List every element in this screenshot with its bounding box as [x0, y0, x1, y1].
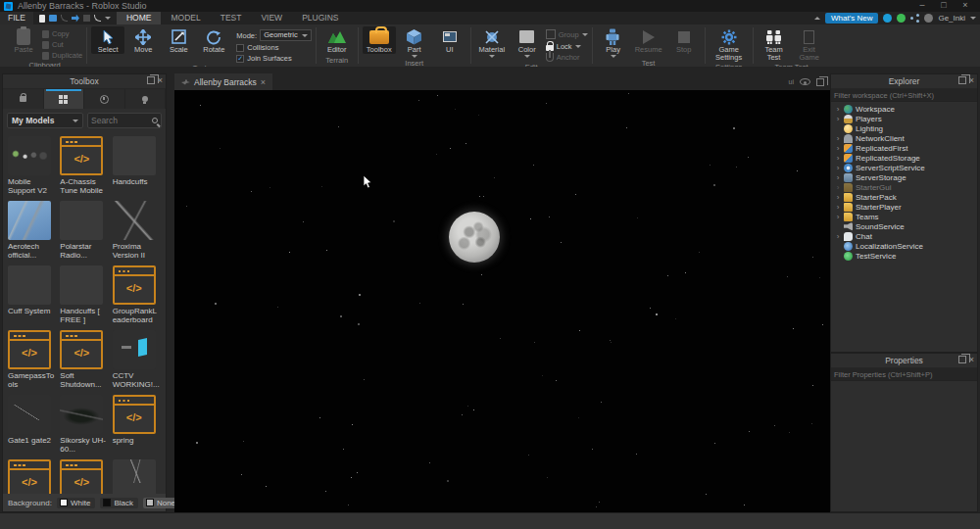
- resume-button[interactable]: Resume: [632, 26, 665, 54]
- user-menu-chevron-icon[interactable]: [970, 17, 976, 20]
- duplicate-button[interactable]: Duplicate: [42, 51, 82, 60]
- collisions-checkbox[interactable]: Collisions: [236, 43, 311, 52]
- expand-chevron-icon[interactable]: ›: [835, 232, 841, 241]
- redo-icon[interactable]: [94, 15, 101, 22]
- toolbox-item[interactable]: Handcuffs: [113, 136, 161, 199]
- expand-chevron-icon[interactable]: ›: [835, 213, 841, 221]
- minimize-button[interactable]: –: [911, 0, 933, 12]
- game-settings-button[interactable]: Game Settings: [710, 26, 749, 62]
- terrain-editor-button[interactable]: Editor: [320, 26, 354, 54]
- new-file-icon[interactable]: [39, 15, 45, 23]
- toolbox-tab-models[interactable]: [44, 89, 85, 109]
- properties-filter[interactable]: [831, 368, 977, 381]
- expand-chevron-icon[interactable]: ›: [835, 144, 841, 153]
- rotate-tool-button[interactable]: Rotate: [197, 26, 230, 54]
- explorer-item[interactable]: › Teams: [831, 212, 977, 221]
- toolbox-item[interactable]: spring: [113, 395, 161, 457]
- toolbox-item[interactable]: Polarstar Radio...: [60, 201, 108, 264]
- team-test-button[interactable]: Team Test: [758, 26, 791, 62]
- group-button[interactable]: Group: [546, 29, 588, 39]
- join-surfaces-checkbox[interactable]: Join Surfaces: [236, 54, 311, 63]
- ui-button[interactable]: UI: [433, 26, 466, 54]
- explorer-item[interactable]: › Workspace: [831, 104, 977, 114]
- publish-icon[interactable]: [72, 15, 79, 23]
- toolbox-button[interactable]: Toolbox: [363, 26, 396, 54]
- material-dropdown-chevron-icon[interactable]: [489, 55, 495, 58]
- toolbox-tab-inventory[interactable]: [3, 89, 44, 109]
- expand-chevron-icon[interactable]: ›: [835, 134, 841, 143]
- lock-button[interactable]: Lock: [546, 41, 588, 51]
- expand-chevron-icon[interactable]: ›: [835, 105, 841, 114]
- float-panel-icon[interactable]: [147, 76, 155, 84]
- background-option[interactable]: Black: [100, 498, 138, 508]
- maximize-button[interactable]: □: [933, 0, 955, 12]
- cut-button[interactable]: Cut: [42, 40, 82, 49]
- close-button[interactable]: ×: [955, 0, 976, 12]
- explorer-item[interactable]: › NetworkClient: [831, 133, 977, 143]
- explorer-item[interactable]: TestService: [831, 251, 977, 261]
- anchor-button[interactable]: Anchor: [546, 53, 588, 62]
- color-dropdown-chevron-icon[interactable]: [524, 55, 530, 58]
- play-dropdown-chevron-icon[interactable]: [611, 55, 616, 58]
- copy-button[interactable]: Copy: [42, 29, 82, 38]
- toolbox-item[interactable]: [60, 459, 108, 494]
- toolbox-item[interactable]: Cuff System: [8, 265, 56, 328]
- username[interactable]: Ge_Inki: [938, 14, 965, 23]
- expand-chevron-icon[interactable]: ›: [835, 203, 841, 212]
- toolbox-item[interactable]: [8, 459, 56, 494]
- expand-chevron-icon[interactable]: ›: [835, 193, 841, 202]
- toolbox-item[interactable]: [113, 459, 161, 494]
- ribbon-tab[interactable]: TEST: [211, 12, 252, 24]
- tab-close-icon[interactable]: ×: [261, 77, 266, 87]
- file-menu-button[interactable]: FILE: [0, 12, 33, 24]
- place-tab[interactable]: Allenby Barracks ×: [174, 73, 272, 90]
- explorer-item[interactable]: Lighting: [831, 123, 977, 133]
- toolbox-item[interactable]: Aerotech official...: [8, 201, 56, 264]
- split-view-icon[interactable]: [816, 78, 824, 86]
- explorer-item[interactable]: › ServerScriptService: [831, 163, 977, 172]
- play-button[interactable]: Play: [597, 26, 630, 58]
- save-icon[interactable]: [83, 15, 90, 22]
- toolbox-item[interactable]: Sikorsky UH-60...: [60, 395, 108, 457]
- visibility-eye-icon[interactable]: [800, 78, 810, 85]
- toolbox-item[interactable]: Soft Shutdown...: [60, 330, 108, 393]
- user-avatar[interactable]: [924, 14, 933, 23]
- 3d-viewport[interactable]: [174, 90, 830, 512]
- toolbox-item[interactable]: Gate1 gate2: [8, 395, 56, 457]
- material-button[interactable]: Material: [475, 26, 509, 58]
- expand-chevron-icon[interactable]: ›: [835, 173, 841, 182]
- customize-toolbar-chevron-icon[interactable]: [105, 17, 111, 20]
- explorer-item[interactable]: › Players: [831, 114, 977, 123]
- toolbox-item[interactable]: A-Chassis Tune Mobile: [60, 136, 108, 199]
- explorer-filter-input[interactable]: [834, 91, 974, 100]
- ribbon-tab[interactable]: VIEW: [251, 12, 292, 24]
- toolbox-item[interactable]: GamepassTools: [8, 330, 56, 393]
- toolbox-item[interactable]: CCTV WORKING!...: [113, 330, 161, 393]
- paste-button[interactable]: Paste: [7, 26, 40, 54]
- ribbon-tab[interactable]: MODEL: [161, 12, 210, 24]
- toolbox-item[interactable]: GroupRankLeaderboard: [113, 265, 161, 328]
- toolbox-tab-recent[interactable]: [84, 89, 125, 109]
- expand-chevron-icon[interactable]: ›: [835, 154, 841, 163]
- exit-game-button[interactable]: Exit Game: [793, 26, 826, 62]
- mode-dropdown[interactable]: Geometric: [260, 29, 312, 41]
- status-icon[interactable]: [897, 14, 906, 23]
- notifications-icon[interactable]: [883, 14, 892, 23]
- select-tool-button[interactable]: Select: [91, 26, 124, 54]
- part-button[interactable]: Part: [398, 26, 431, 58]
- undo-icon[interactable]: [61, 15, 68, 22]
- toolbox-item[interactable]: Handcuffs [ FREE ]: [60, 265, 108, 328]
- explorer-item[interactable]: › StarterGui: [831, 182, 977, 192]
- explorer-item[interactable]: › StarterPack: [831, 192, 977, 202]
- explorer-item[interactable]: SoundService: [831, 221, 977, 231]
- toolbox-search[interactable]: [87, 113, 162, 128]
- properties-filter-input[interactable]: [834, 370, 974, 379]
- color-button[interactable]: Color: [511, 26, 544, 58]
- toolbox-tab-marketplace[interactable]: [125, 89, 167, 109]
- ribbon-tab[interactable]: PLUGINS: [292, 12, 348, 24]
- explorer-item[interactable]: › ReplicatedFirst: [831, 143, 977, 153]
- open-file-icon[interactable]: [49, 15, 57, 22]
- search-input[interactable]: [91, 116, 152, 125]
- expand-chevron-icon[interactable]: ›: [835, 183, 841, 192]
- part-dropdown-chevron-icon[interactable]: [412, 55, 417, 58]
